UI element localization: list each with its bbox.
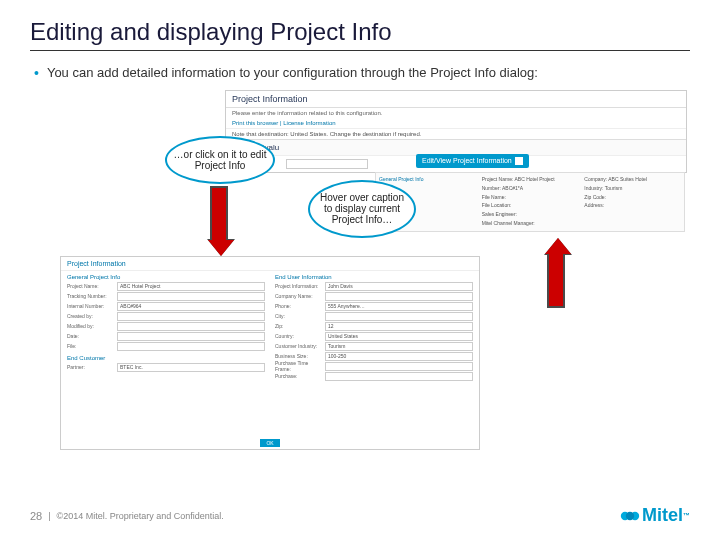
form-input: 12	[325, 322, 473, 331]
form-input: BTEC Inc.	[117, 363, 265, 372]
callout-hover-text: Hover over caption to display current Pr…	[316, 192, 408, 225]
form-row: Zip:12	[275, 322, 473, 331]
grid-section: General Project Info	[379, 176, 476, 184]
form-row: Project Information:John Davis	[275, 282, 473, 291]
form-row: Project Name:ABC Hotel Project	[67, 282, 265, 291]
form-label: Project Name:	[67, 283, 117, 289]
form-input: John Davis	[325, 282, 473, 291]
form-sales-section: End Customer	[67, 355, 265, 361]
form-label: Country:	[275, 333, 325, 339]
grid-label: File Name:	[482, 194, 579, 202]
screenshot-project-info-form: Project Information General Project Info…	[60, 256, 480, 450]
title-underline	[30, 50, 690, 51]
slide-footer: 28 | ©2014 Mitel. Proprietary and Confid…	[30, 505, 690, 526]
form-label: Modified by:	[67, 323, 117, 329]
form-row: Created by:	[67, 312, 265, 321]
svg-point-2	[626, 511, 634, 519]
arrow-up-icon	[545, 238, 567, 308]
form-input: United States	[325, 332, 473, 341]
grid-label: Industry: Tourism	[584, 185, 681, 193]
form-label: Purchase Time Frame:	[275, 360, 325, 372]
form-input	[117, 342, 265, 351]
edit-icon	[515, 157, 523, 165]
logo-text: Mitel	[642, 505, 683, 526]
project-info-hover-panel: General Project Info Project Name: ABC H…	[375, 172, 685, 232]
grid-label: Address:	[584, 202, 681, 210]
form-row: File:	[67, 342, 265, 351]
form-input	[117, 292, 265, 301]
bullet-dot: •	[34, 65, 39, 82]
form-label: Phone:	[275, 303, 325, 309]
form-input	[325, 312, 473, 321]
ok-button: OK	[260, 439, 279, 447]
form-label: City:	[275, 313, 325, 319]
form-input	[117, 322, 265, 331]
form-label: Purchase:	[275, 373, 325, 379]
eval-bar: Project Evalu	[226, 139, 686, 155]
form-label: Date:	[67, 333, 117, 339]
footer-copyright: ©2014 Mitel. Proprietary and Confidentia…	[57, 511, 224, 521]
form-row: Purchase:	[275, 372, 473, 381]
grid-label: Company: ABC Suites Hotel	[584, 176, 681, 184]
form-input: ABC#964	[117, 302, 265, 311]
form-row: Modified by:	[67, 322, 265, 331]
form-label: Created by:	[67, 313, 117, 319]
form-label: Business Size:	[275, 353, 325, 359]
edit-view-tooltip: Edit/View Project Information	[416, 154, 529, 168]
form-row: Partner:BTEC Inc.	[67, 363, 265, 372]
form-row: Purchase Time Frame:	[275, 362, 473, 371]
form-header: Project Information	[61, 257, 479, 271]
form-label: Company Name:	[275, 293, 325, 299]
form-footer: OK	[61, 439, 479, 447]
form-input	[325, 292, 473, 301]
grid-label: Number: ABC#1*A	[482, 185, 579, 193]
callout-hover: Hover over caption to display current Pr…	[308, 180, 416, 238]
dialog-subtext: Please enter the information related to …	[226, 108, 686, 118]
form-row: Country:United States	[275, 332, 473, 341]
callout-click-text: …or click on it to edit Project Info	[173, 149, 267, 171]
form-row: Customer Industry:Tourism	[275, 342, 473, 351]
grid-label: Zip Code:	[584, 194, 681, 202]
bullet-text: You can add detailed information to your…	[47, 65, 538, 82]
node-input	[286, 159, 368, 169]
form-input	[117, 332, 265, 341]
slide-title: Editing and displaying Project Info	[30, 18, 690, 46]
grid-label: Sales Engineer:	[482, 211, 579, 219]
form-row: Phone:555 Anywhere…	[275, 302, 473, 311]
content-area: Project Information Please enter the inf…	[30, 90, 690, 450]
form-input: Tourism	[325, 342, 473, 351]
dialog-links: Print this browser | License Information	[226, 118, 686, 128]
form-input	[325, 372, 473, 381]
form-right-column: End User Information Project Information…	[275, 274, 473, 382]
form-row: Date:	[67, 332, 265, 341]
mitel-logo: Mitel™	[620, 505, 690, 526]
dialog-header: Project Information	[226, 91, 686, 108]
form-input: 555 Anywhere…	[325, 302, 473, 311]
arrow-down-icon	[208, 186, 230, 256]
grid-label: Project Name: ABC Hotel Project	[482, 176, 579, 184]
grid-label: File Location:	[482, 202, 579, 210]
form-input	[117, 312, 265, 321]
form-label: Tracking Number:	[67, 293, 117, 299]
form-label: Partner:	[67, 364, 117, 370]
tooltip-text: Edit/View Project Information	[422, 157, 512, 164]
page-number: 28	[30, 510, 42, 522]
form-label: File:	[67, 343, 117, 349]
form-input: 100-250	[325, 352, 473, 361]
bullet-item: • You can add detailed information to yo…	[34, 65, 690, 82]
form-row: City:	[275, 312, 473, 321]
logo-tm: ™	[683, 512, 690, 519]
form-left-section: General Project Info	[67, 274, 265, 280]
form-input: ABC Hotel Project	[117, 282, 265, 291]
form-label: Internal Number:	[67, 303, 117, 309]
form-input	[325, 362, 473, 371]
callout-click: …or click on it to edit Project Info	[165, 136, 275, 184]
form-row: Company Name:	[275, 292, 473, 301]
form-label: Project Information:	[275, 283, 325, 289]
dialog-note: Note that destination: United States. Ch…	[226, 128, 686, 139]
form-row: Tracking Number:	[67, 292, 265, 301]
form-right-section: End User Information	[275, 274, 473, 280]
footer-separator: |	[48, 511, 50, 521]
grid-label: Mitel Channel Manager:	[482, 220, 579, 228]
form-label: Customer Industry:	[275, 343, 325, 349]
